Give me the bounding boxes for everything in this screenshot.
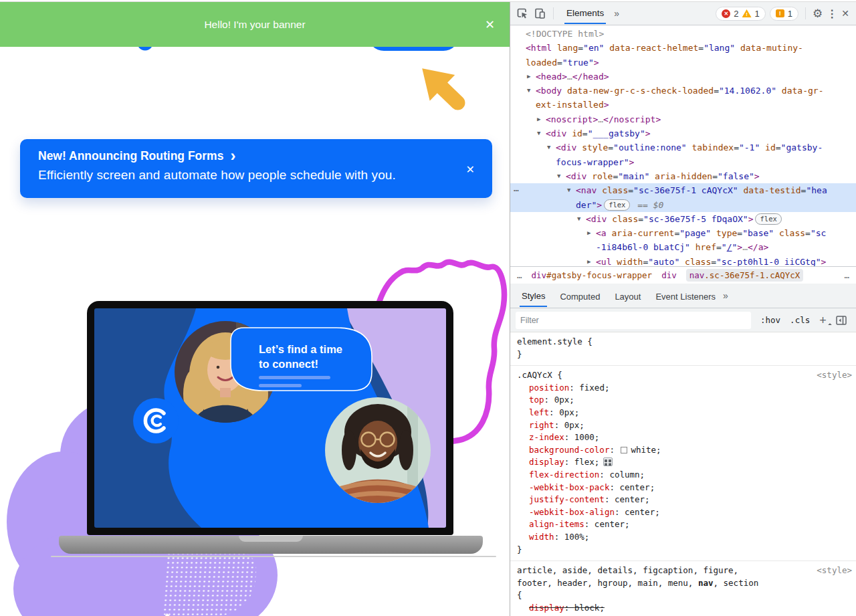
css-property-line[interactable]: -webkit-box-align: center; [510, 506, 856, 519]
error-count: 2 [734, 9, 738, 19]
collapse-arrow-icon[interactable]: ▼ [547, 140, 550, 155]
css-rule[interactable]: <style>.cAQYcX {position: fixed;top: 0px… [510, 366, 856, 561]
settings-gear-icon[interactable]: ⚙ [813, 7, 823, 21]
dom-line[interactable]: ext-installed> [510, 98, 856, 112]
expand-arrow-icon[interactable]: ▶ [537, 112, 540, 126]
breadcrumb-item[interactable]: nav.sc-36e75f-1.cAQYcX [686, 269, 804, 282]
issues-badge[interactable]: ! 1 [770, 7, 798, 21]
kebab-menu-icon[interactable]: ⋮ [827, 7, 837, 20]
dom-line[interactable]: ▼<div id="___gatsby"> [510, 126, 856, 140]
dom-line[interactable]: ▼⋯<nav class="sc-36e75f-1 cAQYcX" data-t… [510, 183, 856, 197]
tab-event-listeners[interactable]: Event Listeners [653, 286, 718, 306]
expand-arrow-icon[interactable]: ▶ [527, 70, 530, 84]
node-actions-icon[interactable]: ⋯ [514, 183, 519, 197]
promo-banner-text: Hello! I'm your banner [204, 19, 305, 31]
css-property-line[interactable]: z-index: 1000; [510, 431, 856, 444]
dom-line[interactable]: loaded="true"> [510, 56, 856, 70]
css-property-line[interactable]: background-color: white; [510, 444, 856, 457]
flex-badge[interactable]: flex [604, 199, 630, 211]
pointer-arrow-icon [407, 54, 476, 119]
flex-badge[interactable]: flex [755, 213, 781, 225]
dom-line[interactable]: ▶<ul width="auto" class="sc-pt0hl1-0 iiC… [510, 255, 856, 266]
rule-selector: { [510, 589, 856, 602]
dom-line[interactable]: ▼<div style="outline:none" tabindex="-1"… [510, 140, 856, 155]
new-style-rule-button[interactable]: + [819, 316, 827, 325]
close-devtools-icon[interactable]: ✕ [841, 8, 849, 19]
css-property-line[interactable]: position: fixed; [510, 382, 856, 395]
css-property-line[interactable]: width: 100%; [510, 531, 856, 544]
css-property-line[interactable]: left: 0px; [510, 407, 856, 419]
screenshot-root: Hello! I'm your banner ✕ New! Announcing… [0, 0, 856, 616]
announcement-close-icon[interactable]: ✕ [466, 163, 475, 176]
tab-elements[interactable]: Elements [564, 3, 606, 24]
breadcrumb-item[interactable]: div [661, 270, 677, 280]
css-property-line[interactable]: display: flex; [510, 456, 856, 469]
chevron-right-icon: › [230, 151, 235, 161]
css-property-line[interactable]: justify-content: center; [510, 494, 856, 506]
console-errors-badge[interactable]: ✕ 2 ! 1 [716, 7, 765, 21]
window-top-edge [0, 0, 856, 2]
sidebar-toggle-icon[interactable] [836, 316, 847, 325]
more-tabs-icon[interactable]: » [723, 290, 728, 301]
breadcrumb-item[interactable]: div#gatsby-focus-wrapper [532, 270, 653, 280]
rule-close-brace: } [510, 544, 856, 556]
inspect-element-icon[interactable] [516, 7, 529, 20]
banner-close-icon[interactable]: ✕ [485, 17, 495, 32]
dom-line[interactable]: ▼<div class="sc-36e75f-5 fDqaOX">flex [510, 212, 856, 226]
css-property-line[interactable]: display: block; [510, 602, 856, 615]
dom-line[interactable]: ▶<head>…</head> [510, 70, 856, 84]
collapse-arrow-icon[interactable]: ▼ [537, 126, 540, 140]
announcement-subtitle: Efficiently screen and automate how peop… [38, 168, 452, 183]
breadcrumb-overflow[interactable]: … [517, 270, 522, 280]
css-property-line[interactable]: -webkit-box-pack: center; [510, 482, 856, 494]
css-rule[interactable]: element.style {} [510, 332, 856, 366]
styles-filter-input[interactable] [516, 312, 751, 329]
expand-arrow-icon[interactable]: ▶ [587, 226, 591, 240]
collapse-arrow-icon[interactable]: ▼ [557, 169, 560, 183]
css-property-line[interactable]: right: 0px; [510, 419, 856, 432]
table-shadow-line [51, 556, 496, 557]
more-tabs-icon[interactable]: » [614, 8, 619, 19]
dom-tree[interactable]: <!DOCTYPE html><html lang="en" data-reac… [510, 25, 856, 266]
dom-line[interactable]: focus-wrapper"> [510, 155, 856, 169]
error-icon: ✕ [722, 9, 730, 18]
css-property-line[interactable]: flex-direction: column; [510, 469, 856, 482]
tab-styles[interactable]: Styles [520, 285, 547, 307]
collapse-arrow-icon[interactable]: ▼ [577, 212, 580, 226]
tab-layout[interactable]: Layout [613, 286, 643, 306]
announcement-link[interactable]: New! Announcing Routing Forms › [38, 149, 452, 163]
flex-editor-icon[interactable] [603, 457, 613, 466]
rule-origin[interactable]: <style> [817, 369, 852, 382]
css-rule[interactable]: <style>article, aside, details, figcapti… [510, 561, 856, 616]
dom-line[interactable]: ▼<div role="main" aria-hidden="false"> [510, 169, 856, 183]
color-swatch[interactable] [621, 447, 627, 453]
website-page: Hello! I'm your banner ✕ New! Announcing… [0, 0, 510, 616]
expand-arrow-icon[interactable]: ▶ [587, 255, 591, 266]
rule-selector: footer, header, hgroup, main, menu, nav,… [510, 577, 856, 590]
dom-line[interactable]: ▶<noscript>…</noscript> [510, 112, 856, 126]
dom-line[interactable]: ▶<a aria-current="page" type="base" clas… [510, 226, 856, 240]
class-toggle[interactable]: .cls [790, 315, 810, 325]
breadcrumb-overflow[interactable]: … [844, 270, 849, 280]
rule-origin[interactable]: <style> [817, 564, 852, 577]
announcement-title: New! Announcing Routing Forms [38, 149, 223, 163]
toolbar-divider [553, 7, 554, 19]
css-property-line[interactable]: align-items: center; [510, 518, 856, 531]
bubble-text-line1: Let’s find a time [259, 343, 342, 355]
dom-line[interactable]: der">flex == $0 [510, 198, 856, 212]
rule-selector: element.style { [510, 336, 856, 348]
tab-computed[interactable]: Computed [558, 286, 602, 306]
laptop-screen: Let’s find a time to connect! [87, 301, 453, 535]
pseudo-state-toggle[interactable]: :hov [760, 315, 780, 325]
dom-line[interactable]: <html lang="en" data-react-helmet="lang"… [510, 41, 856, 55]
dom-line[interactable]: -1i84b6l-0 bLatCj" href="/">…</a> [510, 240, 856, 254]
collapse-arrow-icon[interactable]: ▼ [567, 183, 570, 197]
styles-pane[interactable]: element.style {}<style>.cAQYcX {position… [510, 332, 856, 616]
laptop-screen-content: Let’s find a time to connect! [94, 308, 446, 528]
dom-line[interactable]: ▼<body data-new-gr-c-s-check-loaded="14.… [510, 84, 856, 98]
device-toolbar-icon[interactable] [533, 7, 546, 20]
collapse-arrow-icon[interactable]: ▼ [527, 84, 530, 98]
promo-banner: Hello! I'm your banner ✕ [0, 2, 510, 47]
dom-line[interactable]: <!DOCTYPE html> [510, 27, 856, 41]
css-property-line[interactable]: top: 0px; [510, 394, 856, 407]
